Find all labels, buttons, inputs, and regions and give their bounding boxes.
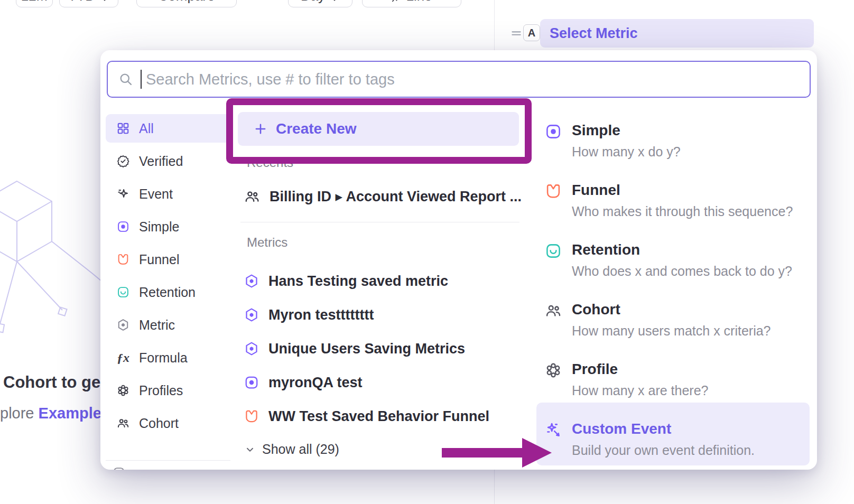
sidebar-label: Verified — [139, 154, 183, 169]
line-chart-icon — [391, 0, 402, 4]
sidebar-label: Metric — [139, 318, 175, 333]
type-funnel[interactable]: Funnel Who makes it through this sequenc… — [544, 181, 798, 219]
sidebar-item-all[interactable]: All — [106, 114, 230, 143]
formula-icon: ƒx — [116, 351, 130, 365]
metric-hexagon-icon — [244, 273, 259, 289]
sidebar-item-event[interactable]: Event — [106, 180, 230, 208]
saved-metric-label: WW Test Saved Behavior Funnel — [268, 408, 489, 425]
metric-row-badge[interactable]: A — [523, 24, 540, 41]
sidebar-item-retention[interactable]: Retention — [106, 278, 230, 306]
metric-hexagon-icon — [244, 341, 259, 357]
recent-metric-label: Billing ID ▸ Account Viewed Report ... — [270, 188, 522, 205]
saved-metric-label: Hans Testing saved metric — [268, 273, 448, 290]
type-profile[interactable]: Profile How many x are there? — [544, 360, 798, 398]
empty-state-heading: Cohort to ge — [3, 373, 100, 392]
funnel-icon — [116, 253, 130, 266]
type-description: Who does x and comes back to do y? — [572, 263, 798, 279]
type-description: How many x are there? — [572, 382, 798, 398]
sidebar-label: All — [139, 121, 154, 136]
type-description: How many x do y? — [572, 144, 798, 160]
sidebar-label: Simple — [139, 219, 179, 235]
sidebar-item-formula[interactable]: ƒx Formula — [106, 343, 230, 372]
saved-metric-item[interactable]: Hans Testing saved metric — [244, 269, 526, 293]
sidebar-label: Retention — [139, 285, 196, 300]
chevron-down-icon — [99, 0, 110, 4]
profiles-flower-icon — [116, 384, 130, 397]
simple-metric-icon — [244, 375, 259, 390]
empty-state-subtext-fragment: plore — [0, 405, 39, 422]
type-custom-event[interactable]: Custom Event Build your own event defini… — [544, 420, 798, 458]
chevron-down-icon — [244, 444, 256, 455]
verified-badge-icon — [116, 154, 130, 168]
type-description: Build your own event definition. — [572, 442, 798, 458]
app-screen: 12M YTD Compare Day Line A Select Metric… — [0, 0, 854, 504]
type-retention[interactable]: Retention Who does x and comes back to d… — [544, 241, 798, 279]
show-all-label: Show all (29) — [262, 442, 339, 457]
metric-search-input[interactable] — [146, 71, 810, 88]
event-sparkle-icon — [116, 187, 130, 201]
sidebar-item-metric[interactable]: Metric — [106, 311, 230, 339]
empty-state-subtext: plore Example — [0, 405, 101, 422]
search-icon — [118, 72, 133, 87]
select-metric-button[interactable]: Select Metric — [540, 19, 814, 48]
type-title: Simple — [572, 122, 798, 139]
saved-metric-item[interactable]: Unique Users Saving Metrics — [244, 337, 526, 360]
recent-metric-item[interactable]: Billing ID ▸ Account Viewed Report ... — [244, 185, 526, 208]
cohort-people-icon — [116, 416, 130, 430]
saved-metric-item[interactable]: myronQA test — [244, 371, 526, 394]
sidebar-label: Profiles — [139, 383, 183, 398]
simple-metric-icon — [544, 123, 562, 141]
type-title: Funnel — [572, 181, 798, 199]
type-description: How many users match x criteria? — [572, 323, 798, 339]
create-new-button[interactable]: Create New — [238, 112, 519, 146]
metrics-header: Metrics — [247, 235, 287, 250]
compare-button[interactable]: Compare — [136, 0, 237, 7]
saved-metric-label: Myron testttttttt — [268, 307, 374, 323]
text-cursor — [141, 70, 142, 89]
date-range-12m-button[interactable]: 12M — [16, 0, 53, 7]
granularity-day-label: Day — [301, 0, 325, 4]
retention-icon — [544, 242, 562, 260]
sidebar-label: Cohort — [139, 416, 179, 431]
section-divider — [240, 222, 519, 222]
grid-icon — [116, 122, 130, 135]
recents-header: Recents — [247, 155, 293, 170]
type-title: Cohort — [572, 301, 798, 319]
saved-metric-item[interactable]: Myron testttttttt — [244, 303, 526, 326]
saved-metric-item[interactable]: WW Test Saved Behavior Funnel — [244, 405, 526, 428]
type-simple[interactable]: Simple How many x do y? — [544, 122, 798, 160]
chevron-down-icon — [329, 0, 340, 4]
example-link[interactable]: Example — [39, 405, 101, 422]
granularity-day-button[interactable]: Day — [288, 0, 352, 7]
sidebar-item-profiles[interactable]: Profiles — [106, 376, 230, 405]
metric-hexagon-icon — [244, 307, 259, 323]
funnel-icon — [244, 408, 259, 424]
sidebar-label: Formula — [139, 350, 188, 366]
cohort-people-icon — [544, 302, 562, 320]
drag-handle-icon[interactable] — [509, 26, 523, 40]
show-all-button[interactable]: Show all (29) — [244, 442, 339, 457]
date-range-ytd-button[interactable]: YTD — [59, 0, 118, 7]
retention-icon — [116, 285, 130, 299]
saved-metric-label: myronQA test — [268, 375, 363, 391]
saved-metric-label: Unique Users Saving Metrics — [268, 341, 465, 357]
metric-search-box[interactable] — [107, 61, 811, 98]
compare-label: Compare — [159, 0, 215, 4]
simple-metric-icon — [116, 220, 130, 234]
select-metric-dialog: All Verified Event Simple Funnel Retenti… — [100, 50, 817, 470]
metric-hexagon-icon — [116, 318, 130, 332]
type-title: Custom Event — [572, 420, 798, 438]
sidebar-item-cohort[interactable]: Cohort — [106, 409, 230, 437]
type-cohort[interactable]: Cohort How many users match x criteria? — [544, 301, 798, 339]
cohort-people-icon — [244, 188, 261, 205]
type-title: Profile — [572, 360, 798, 378]
sidebar-divider — [106, 460, 230, 461]
sidebar-label: Event — [139, 186, 173, 202]
chart-type-line-button[interactable]: Line — [362, 0, 461, 7]
sidebar-item-funnel[interactable]: Funnel — [106, 245, 230, 274]
create-new-label: Create New — [276, 120, 357, 137]
sidebar-item-verified[interactable]: Verified — [106, 147, 230, 175]
sidebar-item-simple[interactable]: Simple — [106, 212, 230, 241]
select-metric-label: Select Metric — [550, 25, 638, 42]
sidebar-partial-item-icon — [112, 466, 126, 470]
